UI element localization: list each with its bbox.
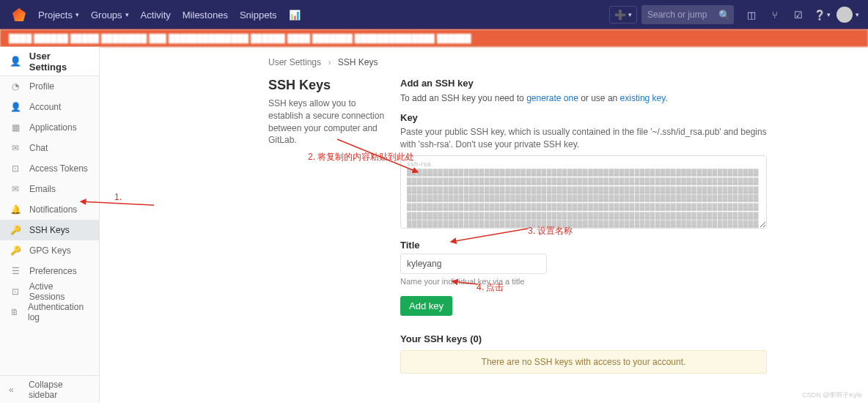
- sidebar-icon: ✉: [9, 143, 22, 153]
- top-navbar: Projects▾ Groups▾ Activity Milestones Sn…: [0, 0, 868, 29]
- help-icon[interactable]: ❔▾: [810, 0, 834, 29]
- sidebar-item-notifications[interactable]: 🔔Notifications: [0, 199, 99, 220]
- sidebar-item-label: GPG Keys: [29, 245, 71, 256]
- generate-link[interactable]: generate one: [526, 93, 578, 103]
- key-title-input[interactable]: [400, 254, 547, 274]
- title-label: Title: [400, 240, 767, 251]
- settings-sidebar: 👤 User Settings ◔Profile👤Account▦Applica…: [0, 47, 100, 403]
- sidebar-title: User Settings: [29, 51, 90, 73]
- sidebar-item-emails[interactable]: ✉Emails: [0, 179, 99, 199]
- main-content: User Settings › SSH Keys SSH Keys SSH ke…: [100, 47, 868, 403]
- sidebar-item-authentication-log[interactable]: 🗎Authentication log: [0, 302, 99, 322]
- sidebar-icon: 🔑: [9, 245, 22, 256]
- sidebar-item-label: Profile: [29, 81, 54, 92]
- sidebar-item-label: Authentication log: [28, 302, 90, 322]
- breadcrumb-current: SSH Keys: [338, 57, 378, 67]
- key-label: Key: [400, 112, 767, 123]
- sidebar-item-applications[interactable]: ▦Applications: [0, 117, 99, 138]
- existing-link[interactable]: existing key: [620, 93, 666, 103]
- sidebar-icon: ◔: [9, 81, 22, 92]
- sidebar-icon: ⊡: [9, 286, 22, 297]
- sidebar-icon: 🔔: [9, 204, 22, 215]
- sidebar-item-ssh-keys[interactable]: 🔑SSH Keys: [0, 220, 99, 240]
- user-avatar[interactable]: [836, 7, 853, 23]
- collapse-label: Collapse sidebar: [29, 380, 90, 400]
- sidebar-item-label: Access Tokens: [29, 163, 88, 174]
- nav-activity[interactable]: Activity: [135, 0, 177, 29]
- key-help: Paste your public SSH key, which is usua…: [400, 126, 767, 151]
- search-input[interactable]: [641, 4, 715, 25]
- sidebar-item-access-tokens[interactable]: ⊡Access Tokens: [0, 158, 99, 179]
- nav-graph-icon[interactable]: 📊: [283, 0, 306, 29]
- collapse-sidebar[interactable]: « Collapse sidebar: [0, 375, 99, 403]
- sidebar-icon: 👤: [9, 102, 22, 112]
- sidebar-item-preferences[interactable]: ☰Preferences: [0, 261, 99, 281]
- sidebar-item-account[interactable]: 👤Account: [0, 97, 99, 117]
- user-icon: 👤: [9, 56, 22, 67]
- sidebar-item-label: SSH Keys: [29, 225, 70, 235]
- nav-snippets[interactable]: Snippets: [234, 0, 283, 29]
- breadcrumb: User Settings › SSH Keys: [100, 47, 868, 78]
- new-dropdown[interactable]: ➕▾: [609, 6, 637, 23]
- ssh-key-textarea[interactable]: ssh-rsa ▓▓▓▓▓▓▓▓▓▓▓▓▓▓▓▓▓▓▓▓▓▓▓▓▓▓▓▓▓▓▓▓…: [400, 155, 767, 229]
- breadcrumb-root[interactable]: User Settings: [268, 57, 321, 67]
- watermark: CSDN @李羽子Kyle: [802, 391, 862, 400]
- add-key-button[interactable]: Add key: [400, 296, 452, 316]
- nav-milestones[interactable]: Milestones: [177, 0, 234, 29]
- sidebar-item-label: Notifications: [29, 204, 77, 215]
- sidebar-item-label: Chat: [29, 143, 48, 153]
- empty-keys-message: There are no SSH keys with access to you…: [400, 350, 767, 374]
- nav-groups[interactable]: Groups▾: [85, 0, 135, 29]
- sidebar-header: 👤 User Settings: [0, 47, 99, 76]
- nav-projects[interactable]: Projects▾: [32, 0, 85, 29]
- sidebar-icon: ⊡: [9, 163, 22, 174]
- your-keys-heading: Your SSH keys (0): [400, 333, 767, 344]
- sidebar-item-chat[interactable]: ✉Chat: [0, 138, 99, 158]
- page-desc: SSH keys allow you to establish a secure…: [268, 97, 386, 147]
- sidebar-icon: ▦: [9, 122, 22, 133]
- add-key-heading: Add an SSH key: [400, 78, 767, 89]
- search-icon[interactable]: 🔍: [715, 10, 734, 21]
- page-title: SSH Keys: [268, 78, 386, 93]
- title-hint: Name your individual key via a title: [400, 277, 767, 286]
- sidebar-item-profile[interactable]: ◔Profile: [0, 76, 99, 97]
- sidebar-item-label: Preferences: [29, 266, 77, 276]
- add-key-help: To add an SSH key you need to generate o…: [400, 93, 767, 103]
- chevron-left-icon: «: [9, 385, 21, 395]
- sidebar-item-gpg-keys[interactable]: 🔑GPG Keys: [0, 240, 99, 261]
- sidebar-icon: ☰: [9, 266, 22, 276]
- sidebar-icon: ✉: [9, 184, 22, 194]
- issues-icon[interactable]: ◫: [740, 0, 763, 29]
- todos-icon[interactable]: ☑: [787, 0, 810, 29]
- sidebar-icon: 🗎: [9, 307, 21, 317]
- global-search[interactable]: 🔍: [641, 5, 734, 24]
- sidebar-item-label: Emails: [29, 184, 56, 194]
- sidebar-item-label: Active Sessions: [29, 281, 90, 302]
- merge-requests-icon[interactable]: ⑂: [763, 0, 787, 29]
- sidebar-item-label: Applications: [29, 122, 77, 133]
- broadcast-message: ████ ██████ █████ ████████ ███ █████████…: [0, 29, 868, 47]
- sidebar-icon: 🔑: [9, 225, 22, 235]
- gitlab-logo[interactable]: [10, 6, 28, 23]
- sidebar-item-active-sessions[interactable]: ⊡Active Sessions: [0, 281, 99, 302]
- sidebar-item-label: Account: [29, 102, 61, 112]
